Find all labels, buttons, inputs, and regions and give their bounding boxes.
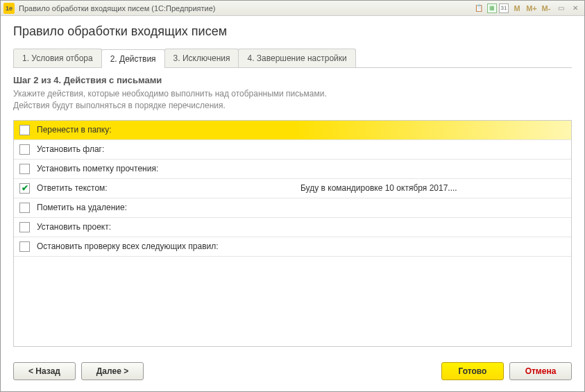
clipboard-icon[interactable]: 📋 <box>473 3 485 14</box>
finish-button[interactable]: Готово <box>441 362 504 380</box>
window: 1e Правило обработки входящих писем (1С:… <box>0 0 585 392</box>
action-row-set-flag[interactable]: Установить флаг: <box>14 140 571 160</box>
action-row-mark-delete[interactable]: Пометить на удаление: <box>14 198 571 218</box>
memory-mminus-button[interactable]: M- <box>540 3 552 14</box>
calendar-icon[interactable]: 31 <box>499 3 509 13</box>
action-row-set-read[interactable]: Установить пометку прочтения: <box>14 160 571 179</box>
step-desc-line2: Действия будут выполняться в порядке пер… <box>13 101 226 110</box>
app-icon: 1e <box>3 3 15 14</box>
memory-m-button[interactable]: M <box>511 3 523 14</box>
page-title: Правило обработки входящих писем <box>13 24 572 39</box>
step-description: Укажите действия, которые необходимо вып… <box>13 88 572 112</box>
minimize-button[interactable]: ▭ <box>554 3 567 14</box>
actions-list: Перенести в папку: Установить флаг: Уста… <box>13 120 572 347</box>
footer: < Назад Далее > Готово Отмена <box>1 355 584 391</box>
tab-exceptions[interactable]: 3. Исключения <box>164 49 239 67</box>
back-button[interactable]: < Назад <box>13 362 76 380</box>
tab-conditions[interactable]: 1. Условия отбора <box>13 49 102 67</box>
checkbox[interactable] <box>19 125 30 135</box>
grid-icon[interactable]: ▦ <box>487 3 497 13</box>
next-button[interactable]: Далее > <box>81 362 144 380</box>
action-label: Установить проект: <box>37 222 300 232</box>
titlebar-controls: 📋 ▦ 31 M M+ M- ▭ ✕ <box>473 3 582 14</box>
action-label: Пометить на удаление: <box>37 203 300 212</box>
action-label: Перенести в папку: <box>37 125 300 135</box>
step-title: Шаг 2 из 4. Действия с письмами <box>13 75 572 85</box>
action-label: Установить пометку прочтения: <box>37 164 300 173</box>
checkbox[interactable] <box>19 144 30 155</box>
action-row-set-project[interactable]: Установить проект: <box>14 218 571 237</box>
step-desc-line1: Укажите действия, которые необходимо вып… <box>13 89 327 99</box>
action-row-stop-rules[interactable]: Остановить проверку всех следующих прави… <box>14 237 571 257</box>
checkbox[interactable] <box>19 164 30 174</box>
tabs: 1. Условия отбора 2. Действия 3. Исключе… <box>13 49 572 68</box>
action-row-move-folder[interactable]: Перенести в папку: <box>14 121 571 140</box>
window-title: Правило обработки входящих писем (1С:Пре… <box>19 4 473 12</box>
checkbox[interactable] <box>19 241 30 252</box>
action-value: Буду в командировке 10 октября 2017.... <box>300 183 566 193</box>
content-area: Правило обработки входящих писем 1. Усло… <box>1 16 584 355</box>
action-label: Остановить проверку всех следующих прави… <box>37 241 300 251</box>
tab-finish[interactable]: 4. Завершение настройки <box>238 49 355 67</box>
checkbox[interactable] <box>19 203 30 213</box>
cancel-button[interactable]: Отмена <box>509 362 572 380</box>
checkbox[interactable]: ✔ <box>19 183 30 194</box>
memory-mplus-button[interactable]: M+ <box>525 3 538 14</box>
action-row-reply-text[interactable]: ✔ Ответить текстом: Буду в командировке … <box>14 179 571 198</box>
close-button[interactable]: ✕ <box>569 3 582 14</box>
checkbox[interactable] <box>19 222 30 232</box>
action-label: Ответить текстом: <box>37 183 300 193</box>
action-label: Установить флаг: <box>37 144 300 154</box>
titlebar: 1e Правило обработки входящих писем (1С:… <box>1 1 584 16</box>
tab-actions[interactable]: 2. Действия <box>101 49 165 68</box>
